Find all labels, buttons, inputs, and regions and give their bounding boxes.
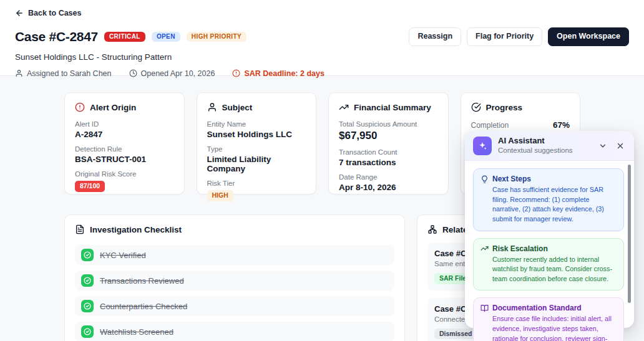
checklist-item-label: Transactions Reviewed — [100, 276, 184, 286]
alert-origin-title-row: Alert Origin — [75, 102, 174, 112]
assignee-meta: Assigned to Sarah Chen — [15, 69, 112, 78]
lightbulb-icon — [481, 175, 489, 183]
sparkles-icon — [473, 137, 492, 155]
alert-id-field: Alert ID A-2847 — [75, 120, 174, 139]
close-button[interactable] — [615, 140, 626, 151]
opened-label: Opened Apr 10, 2026 — [141, 69, 215, 78]
flag-for-priority-button[interactable]: Flag for Priority — [467, 27, 542, 46]
sar-deadline-label: SAR Deadline: 2 days — [244, 69, 324, 78]
suspicious-amount-field: Total Suspicious Amount $67,950 — [339, 120, 438, 142]
trend-up-icon — [481, 244, 489, 252]
financial-title-row: Financial Summary — [339, 102, 438, 112]
field-value: Limited Liability Company — [207, 155, 306, 173]
checklist-item-label: Counterparties Checked — [100, 302, 187, 311]
checklist-item-counterparties[interactable]: Counterparties Checked — [75, 296, 394, 316]
suggestion-title: Documentation Standard — [492, 304, 582, 312]
checklist-item-label: KYC Verified — [100, 251, 146, 260]
completion-label: Completion — [471, 121, 509, 130]
field-label: Detection Rule — [75, 145, 174, 153]
open-workspace-button[interactable]: Open Workspace — [548, 27, 629, 46]
checklist-item-label: Watchlists Screened — [100, 327, 173, 337]
field-value: Apr 8-10, 2026 — [339, 183, 438, 192]
field-label: Alert ID — [75, 120, 174, 128]
field-label: Type — [207, 145, 306, 153]
investigation-checklist-card: Investigation Checklist KYC Verified Tra… — [64, 214, 405, 341]
suggestion-risk-escalation: Risk Escalation Customer recently added … — [473, 238, 624, 291]
check-circle-icon — [471, 102, 481, 112]
financial-summary-card: Financial Summary Total Suspicious Amoun… — [328, 92, 449, 195]
suggestion-body: Ensure case file includes: initial alert… — [492, 314, 617, 341]
back-to-cases-link[interactable]: Back to Cases — [15, 9, 81, 17]
suggestion-title-row: Documentation Standard — [481, 304, 617, 312]
suggestion-documentation-standard: Documentation Standard Ensure case file … — [473, 297, 624, 341]
header-actions: Reassign Flag for Priority Open Workspac… — [409, 27, 629, 46]
status-badge-high-priority: HIGH PRIORITY — [187, 32, 246, 42]
risk-score-badge: 87/100 — [75, 181, 105, 192]
field-value: 7 transactions — [339, 158, 438, 167]
suggestion-title-row: Next Steps — [481, 175, 617, 183]
transaction-count-field: Transaction Count 7 transactions — [339, 148, 438, 167]
ai-assistant-title: AI Assistant — [498, 136, 573, 146]
subject-card: Subject Entity Name Sunset Holdings LLC … — [197, 92, 317, 195]
checklist-item-transactions[interactable]: Transactions Reviewed — [75, 271, 394, 291]
check-circle-icon — [81, 300, 94, 312]
subject-title-row: Subject — [207, 102, 306, 112]
user-icon — [15, 69, 23, 77]
sar-deadline-meta: SAR Deadline: 2 days — [232, 69, 324, 78]
detection-rule-field: Detection Rule BSA-STRUCT-001 — [75, 145, 174, 164]
field-label: Original Risk Score — [75, 170, 174, 178]
suggestion-next-steps: Next Steps Case has sufficient evidence … — [473, 168, 624, 231]
title-row: Case #C-2847 CRITICAL OPEN HIGH PRIORITY… — [15, 27, 629, 46]
card-title: Subject — [222, 103, 253, 112]
field-label: Transaction Count — [339, 148, 438, 156]
status-badge-critical: CRITICAL — [104, 32, 145, 42]
alert-circle-icon — [232, 69, 240, 77]
entity-name-field: Entity Name Sunset Holdings LLC — [207, 120, 306, 139]
suggestion-title-row: Risk Escalation — [481, 244, 617, 253]
card-title: Alert Origin — [90, 103, 136, 112]
checklist-item-watchlists[interactable]: Watchlists Screened — [75, 322, 394, 341]
field-label: Date Range — [339, 173, 438, 181]
field-value: A-2847 — [75, 130, 174, 139]
field-label: Total Suspicious Amount — [339, 120, 438, 128]
check-circle-icon — [81, 274, 94, 287]
completion-value: 67% — [553, 120, 570, 130]
ai-assistant-header: AI Assistant Contextual suggestions — [465, 131, 634, 161]
card-title: Financial Summary — [354, 103, 431, 112]
status-badge-open: OPEN — [152, 32, 180, 42]
check-circle-icon — [81, 325, 94, 338]
field-label: Risk Tier — [207, 180, 306, 187]
field-value: Sunset Holdings LLC — [207, 130, 306, 139]
ai-assistant-titles: AI Assistant Contextual suggestions — [498, 136, 573, 155]
case-subtitle: Sunset Holdings LLC - Structuring Patter… — [15, 52, 629, 62]
ai-header-actions — [597, 140, 626, 151]
card-title: Progress — [486, 103, 523, 112]
alert-origin-card: Alert Origin Alert ID A-2847 Detection R… — [64, 92, 185, 195]
arrow-left-icon — [15, 9, 24, 17]
ai-suggestions-list: Next Steps Case has sufficient evidence … — [465, 161, 634, 341]
collapse-button[interactable] — [597, 140, 608, 151]
close-icon — [616, 142, 625, 150]
field-value: BSA-STRUCT-001 — [75, 155, 174, 164]
field-value: $67,950 — [339, 130, 438, 142]
document-icon — [75, 224, 85, 234]
ai-assistant-panel: AI Assistant Contextual suggestions N — [465, 131, 634, 328]
completion-row: Completion 67% — [471, 120, 570, 130]
clock-icon — [129, 69, 137, 77]
suggestion-body: Customer recently added to internal watc… — [492, 255, 617, 284]
progress-title-row: Progress — [471, 102, 570, 112]
alert-circle-icon — [75, 102, 85, 112]
suggestion-title: Next Steps — [492, 175, 531, 183]
user-icon — [207, 102, 217, 112]
checklist-item-kyc[interactable]: KYC Verified — [75, 245, 394, 265]
field-label: Entity Name — [207, 120, 306, 128]
ai-assistant-subtitle: Contextual suggestions — [498, 146, 573, 155]
suggestion-title: Risk Escalation — [492, 244, 548, 253]
date-range-field: Date Range Apr 8-10, 2026 — [339, 173, 438, 192]
risk-tier-field: Risk Tier HIGH — [207, 180, 306, 201]
check-circle-icon — [81, 249, 94, 261]
reassign-button[interactable]: Reassign — [409, 27, 461, 46]
back-link-label: Back to Cases — [28, 9, 81, 17]
checklist-title-row: Investigation Checklist — [75, 224, 394, 234]
ai-panel-scrollbar[interactable] — [628, 165, 631, 303]
